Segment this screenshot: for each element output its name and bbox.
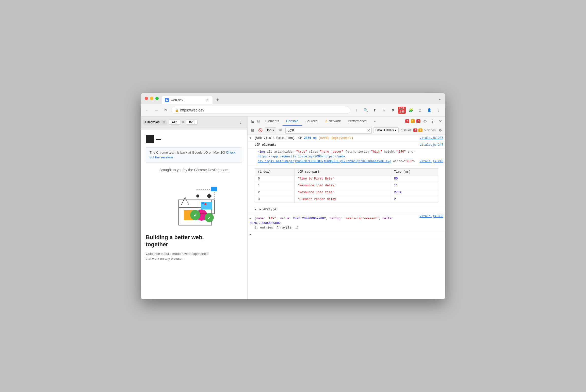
tab-sources[interactable]: Sources: [302, 117, 321, 126]
devtools-dock-button[interactable]: ⊟: [250, 118, 256, 124]
width-input[interactable]: [169, 120, 180, 125]
console-clear-button[interactable]: 🚫: [257, 127, 263, 133]
array-entry[interactable]: ▶ ▶ Array(4): [248, 206, 445, 213]
row0-time: 80: [391, 175, 438, 182]
device-more-button[interactable]: ⋮: [236, 118, 245, 126]
table-row-0: 0 'Time to First Byte' 80: [255, 175, 438, 182]
network-warning-icon: ⚠: [325, 119, 328, 123]
table-header-index: (index): [255, 169, 295, 175]
tab-overflow-button[interactable]: ⌄: [438, 96, 441, 104]
row2-index: 2: [255, 189, 295, 196]
devtools-tabs: ⊟ ⊡ Elements Console Sources ⚠ Network P…: [248, 117, 445, 126]
toolbar-right: ↑ 🔍 ⬆ ☆ ⚑ LCP 2.88 🧩 ⊡ 👤 ⋮: [352, 106, 442, 114]
horizontal-scrollbar[interactable]: [141, 128, 247, 130]
address-bar[interactable]: 🔒 https://web.dev: [171, 107, 350, 114]
back-button[interactable]: ←: [144, 107, 151, 114]
more-button[interactable]: ⋮: [434, 106, 442, 114]
bookmark-button[interactable]: ☆: [380, 106, 388, 114]
logo-dash: [156, 139, 161, 140]
traffic-lights: [145, 97, 159, 103]
row3-index: 3: [255, 196, 295, 203]
array-expand-icon: ▶: [255, 208, 258, 211]
minimize-traffic-light[interactable]: [150, 97, 153, 100]
row1-subpart: 'Resource load delay': [295, 182, 391, 189]
error-badge2: 6: [416, 119, 420, 123]
devtools-sidebar-toggle[interactable]: ⊟: [250, 127, 256, 133]
share-button[interactable]: ⬆: [371, 106, 379, 114]
console-eye-button[interactable]: 👁: [278, 127, 284, 133]
tab-favicon: [165, 98, 169, 102]
main-area: Dimension... ▾ × ⋮: [141, 117, 445, 299]
tab-more[interactable]: »: [370, 117, 379, 126]
forward-button[interactable]: →: [153, 107, 160, 114]
expand-arrow-icon: ▼: [250, 136, 253, 140]
vitals-ref-308[interactable]: vitals.js:308: [419, 214, 443, 219]
active-tab[interactable]: web.dev ✕: [162, 96, 213, 104]
maximize-traffic-light[interactable]: [155, 97, 159, 100]
height-input[interactable]: [186, 120, 198, 125]
row2-subpart: 'Resource load time': [295, 189, 391, 196]
devtools-settings-button[interactable]: ⚙: [422, 118, 428, 124]
page-inner: The Chrome team is back at Google I/O on…: [141, 130, 247, 266]
filter-clear-button[interactable]: ✕: [367, 128, 370, 133]
tab-elements[interactable]: Elements: [262, 117, 283, 126]
lcp-table: (index) LCP sub-part Time (ms) 0 'Time t…: [255, 168, 438, 203]
dimension-chevron-icon: ▾: [163, 120, 165, 124]
lcp-header-entry[interactable]: ▼ [Web Vitals Extension] LCP 2876 ms (ne…: [248, 135, 445, 142]
devtools-inspect-button[interactable]: ⊡: [256, 118, 262, 124]
devtools-panel: ⊟ ⊡ Elements Console Sources ⚠ Network P…: [247, 117, 445, 299]
dimension-selector[interactable]: Dimension... ▾: [143, 120, 167, 125]
hero-subtitle: Guidance to build modern web experiences…: [146, 251, 242, 261]
img-tag-entry: <img alt aria-hidden="true" class="hero_…: [248, 149, 445, 166]
levels-selector[interactable]: Default levels ▾: [373, 127, 399, 133]
svg-rect-15: [211, 187, 217, 191]
avatar-button[interactable]: 👤: [425, 106, 433, 114]
context-chevron-icon: ▾: [272, 128, 274, 132]
row1-time: 11: [391, 182, 438, 189]
table-header-time: Time (ms): [391, 169, 438, 175]
save-page-button[interactable]: ↑: [352, 106, 361, 114]
devtools-close-button[interactable]: ✕: [437, 118, 443, 124]
reload-button[interactable]: ↻: [162, 107, 169, 114]
tab-performance[interactable]: Performance: [344, 117, 370, 126]
left-panel: Dimension... ▾ × ⋮: [141, 117, 247, 299]
vitals-ref-248[interactable]: vitals.js:248: [419, 159, 443, 164]
table-row-2: 2 'Resource load time' 2784: [255, 189, 438, 196]
img-src-link[interactable]: https://app.requestly.io/delay/2000/http…: [258, 155, 391, 163]
vitals-ref-247[interactable]: vitals.js:247: [419, 143, 443, 147]
vitals-ref-235[interactable]: vitals.js:235: [419, 136, 443, 140]
notification-text: The Chrome team is back at Google I/O on…: [150, 151, 225, 154]
lcp-element-entry: LCP element: vitals.js:247: [248, 142, 445, 149]
new-tab-button[interactable]: +: [214, 96, 222, 104]
brought-by-text: Brought to you by the Chrome DevRel team: [146, 168, 242, 172]
logo-square: [146, 135, 154, 143]
hidden-count: 5 hidden: [424, 128, 436, 132]
object-expand-entry[interactable]: ▶ {name: 'LCP', value: 2876.200000002980…: [248, 215, 445, 231]
console-settings-button[interactable]: ⚙: [437, 127, 443, 133]
tab-network[interactable]: ⚠ Network: [321, 117, 344, 126]
title-bar: web.dev ✕ + ⌄: [141, 93, 445, 104]
tab-close-button[interactable]: ✕: [205, 98, 209, 102]
flag-button[interactable]: ⚑: [389, 106, 397, 114]
tab-console[interactable]: Console: [283, 117, 302, 126]
extension-button[interactable]: 🧩: [407, 106, 415, 114]
row3-subpart: 'Element render delay': [295, 196, 391, 203]
issues-error-badge: 6: [413, 128, 417, 132]
split-button[interactable]: ⊡: [416, 106, 424, 114]
final-arrow-entry[interactable]: ▶: [248, 231, 445, 238]
warn-count-badge: 1: [411, 119, 415, 123]
row1-index: 1: [255, 182, 295, 189]
close-traffic-light[interactable]: [145, 97, 148, 100]
hero-title: Building a better web, together: [146, 234, 242, 248]
devtools-more-button[interactable]: ⋮: [430, 118, 436, 124]
context-selector[interactable]: top ▾: [265, 127, 276, 133]
object-expand-icon: ▶: [250, 217, 253, 221]
table-row-3: 3 'Element render delay' 2: [255, 196, 438, 203]
page-logo-area: [146, 135, 242, 143]
device-toolbar: Dimension... ▾ × ⋮: [141, 117, 247, 128]
row0-index: 0: [255, 175, 295, 182]
row3-time: 2: [391, 196, 438, 203]
console-filter-input[interactable]: [285, 127, 372, 134]
devtools-tab-right: 7 1 6 ⚙ ⋮ ✕: [405, 118, 443, 124]
search-button[interactable]: 🔍: [362, 106, 370, 114]
